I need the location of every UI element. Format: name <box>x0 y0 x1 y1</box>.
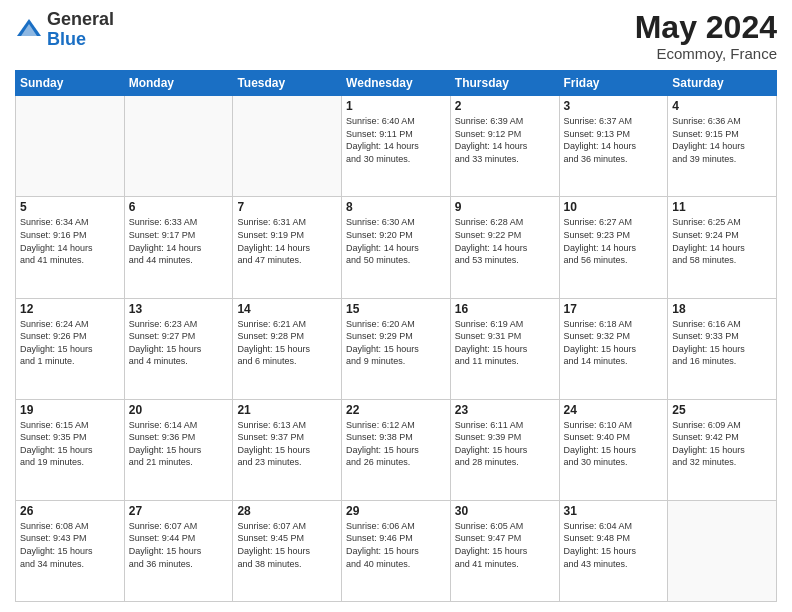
day-number: 14 <box>237 302 337 316</box>
logo-blue-text: Blue <box>47 29 86 49</box>
day-info: Sunrise: 6:21 AM Sunset: 9:28 PM Dayligh… <box>237 318 337 368</box>
day-number: 18 <box>672 302 772 316</box>
day-number: 25 <box>672 403 772 417</box>
day-info: Sunrise: 6:36 AM Sunset: 9:15 PM Dayligh… <box>672 115 772 165</box>
day-info: Sunrise: 6:14 AM Sunset: 9:36 PM Dayligh… <box>129 419 229 469</box>
day-info: Sunrise: 6:07 AM Sunset: 9:44 PM Dayligh… <box>129 520 229 570</box>
day-number: 30 <box>455 504 555 518</box>
week-row-2: 5Sunrise: 6:34 AM Sunset: 9:16 PM Daylig… <box>16 197 777 298</box>
day-cell: 2Sunrise: 6:39 AM Sunset: 9:12 PM Daylig… <box>450 96 559 197</box>
day-number: 29 <box>346 504 446 518</box>
day-cell: 16Sunrise: 6:19 AM Sunset: 9:31 PM Dayli… <box>450 298 559 399</box>
day-number: 23 <box>455 403 555 417</box>
day-info: Sunrise: 6:27 AM Sunset: 9:23 PM Dayligh… <box>564 216 664 266</box>
day-cell: 14Sunrise: 6:21 AM Sunset: 9:28 PM Dayli… <box>233 298 342 399</box>
day-cell: 15Sunrise: 6:20 AM Sunset: 9:29 PM Dayli… <box>342 298 451 399</box>
week-row-4: 19Sunrise: 6:15 AM Sunset: 9:35 PM Dayli… <box>16 399 777 500</box>
day-cell: 28Sunrise: 6:07 AM Sunset: 9:45 PM Dayli… <box>233 500 342 601</box>
day-cell <box>233 96 342 197</box>
day-cell: 30Sunrise: 6:05 AM Sunset: 9:47 PM Dayli… <box>450 500 559 601</box>
day-number: 6 <box>129 200 229 214</box>
page: General Blue May 2024 Ecommoy, France Su… <box>0 0 792 612</box>
day-info: Sunrise: 6:05 AM Sunset: 9:47 PM Dayligh… <box>455 520 555 570</box>
weekday-header-tuesday: Tuesday <box>233 71 342 96</box>
day-info: Sunrise: 6:37 AM Sunset: 9:13 PM Dayligh… <box>564 115 664 165</box>
logo-text: General Blue <box>47 10 114 50</box>
day-info: Sunrise: 6:06 AM Sunset: 9:46 PM Dayligh… <box>346 520 446 570</box>
weekday-header-thursday: Thursday <box>450 71 559 96</box>
logo: General Blue <box>15 10 114 50</box>
day-cell: 11Sunrise: 6:25 AM Sunset: 9:24 PM Dayli… <box>668 197 777 298</box>
day-info: Sunrise: 6:20 AM Sunset: 9:29 PM Dayligh… <box>346 318 446 368</box>
day-number: 28 <box>237 504 337 518</box>
day-info: Sunrise: 6:19 AM Sunset: 9:31 PM Dayligh… <box>455 318 555 368</box>
day-number: 8 <box>346 200 446 214</box>
weekday-header-saturday: Saturday <box>668 71 777 96</box>
day-info: Sunrise: 6:12 AM Sunset: 9:38 PM Dayligh… <box>346 419 446 469</box>
day-info: Sunrise: 6:08 AM Sunset: 9:43 PM Dayligh… <box>20 520 120 570</box>
day-info: Sunrise: 6:15 AM Sunset: 9:35 PM Dayligh… <box>20 419 120 469</box>
day-info: Sunrise: 6:23 AM Sunset: 9:27 PM Dayligh… <box>129 318 229 368</box>
calendar-table: SundayMondayTuesdayWednesdayThursdayFrid… <box>15 70 777 602</box>
week-row-3: 12Sunrise: 6:24 AM Sunset: 9:26 PM Dayli… <box>16 298 777 399</box>
logo-icon <box>15 16 43 44</box>
weekday-header-monday: Monday <box>124 71 233 96</box>
weekday-header-friday: Friday <box>559 71 668 96</box>
day-cell: 4Sunrise: 6:36 AM Sunset: 9:15 PM Daylig… <box>668 96 777 197</box>
weekday-header-row: SundayMondayTuesdayWednesdayThursdayFrid… <box>16 71 777 96</box>
weekday-header-sunday: Sunday <box>16 71 125 96</box>
day-number: 3 <box>564 99 664 113</box>
day-cell: 12Sunrise: 6:24 AM Sunset: 9:26 PM Dayli… <box>16 298 125 399</box>
weekday-header-wednesday: Wednesday <box>342 71 451 96</box>
day-info: Sunrise: 6:13 AM Sunset: 9:37 PM Dayligh… <box>237 419 337 469</box>
day-cell: 6Sunrise: 6:33 AM Sunset: 9:17 PM Daylig… <box>124 197 233 298</box>
day-info: Sunrise: 6:34 AM Sunset: 9:16 PM Dayligh… <box>20 216 120 266</box>
week-row-1: 1Sunrise: 6:40 AM Sunset: 9:11 PM Daylig… <box>16 96 777 197</box>
day-cell: 21Sunrise: 6:13 AM Sunset: 9:37 PM Dayli… <box>233 399 342 500</box>
day-info: Sunrise: 6:30 AM Sunset: 9:20 PM Dayligh… <box>346 216 446 266</box>
day-cell: 22Sunrise: 6:12 AM Sunset: 9:38 PM Dayli… <box>342 399 451 500</box>
day-cell: 9Sunrise: 6:28 AM Sunset: 9:22 PM Daylig… <box>450 197 559 298</box>
day-cell: 8Sunrise: 6:30 AM Sunset: 9:20 PM Daylig… <box>342 197 451 298</box>
day-info: Sunrise: 6:24 AM Sunset: 9:26 PM Dayligh… <box>20 318 120 368</box>
day-info: Sunrise: 6:18 AM Sunset: 9:32 PM Dayligh… <box>564 318 664 368</box>
day-number: 7 <box>237 200 337 214</box>
day-cell <box>124 96 233 197</box>
day-cell <box>668 500 777 601</box>
day-cell: 26Sunrise: 6:08 AM Sunset: 9:43 PM Dayli… <box>16 500 125 601</box>
day-info: Sunrise: 6:16 AM Sunset: 9:33 PM Dayligh… <box>672 318 772 368</box>
day-cell: 7Sunrise: 6:31 AM Sunset: 9:19 PM Daylig… <box>233 197 342 298</box>
title-block: May 2024 Ecommoy, France <box>635 10 777 62</box>
day-info: Sunrise: 6:04 AM Sunset: 9:48 PM Dayligh… <box>564 520 664 570</box>
day-cell: 27Sunrise: 6:07 AM Sunset: 9:44 PM Dayli… <box>124 500 233 601</box>
day-number: 24 <box>564 403 664 417</box>
month-year: May 2024 <box>635 10 777 45</box>
day-number: 1 <box>346 99 446 113</box>
day-cell: 25Sunrise: 6:09 AM Sunset: 9:42 PM Dayli… <box>668 399 777 500</box>
day-cell: 5Sunrise: 6:34 AM Sunset: 9:16 PM Daylig… <box>16 197 125 298</box>
day-number: 17 <box>564 302 664 316</box>
day-cell: 13Sunrise: 6:23 AM Sunset: 9:27 PM Dayli… <box>124 298 233 399</box>
day-info: Sunrise: 6:39 AM Sunset: 9:12 PM Dayligh… <box>455 115 555 165</box>
header: General Blue May 2024 Ecommoy, France <box>15 10 777 62</box>
day-cell: 19Sunrise: 6:15 AM Sunset: 9:35 PM Dayli… <box>16 399 125 500</box>
day-number: 12 <box>20 302 120 316</box>
day-number: 10 <box>564 200 664 214</box>
day-cell <box>16 96 125 197</box>
day-number: 5 <box>20 200 120 214</box>
day-number: 16 <box>455 302 555 316</box>
day-cell: 29Sunrise: 6:06 AM Sunset: 9:46 PM Dayli… <box>342 500 451 601</box>
day-number: 20 <box>129 403 229 417</box>
day-cell: 24Sunrise: 6:10 AM Sunset: 9:40 PM Dayli… <box>559 399 668 500</box>
day-number: 21 <box>237 403 337 417</box>
day-cell: 18Sunrise: 6:16 AM Sunset: 9:33 PM Dayli… <box>668 298 777 399</box>
day-number: 22 <box>346 403 446 417</box>
day-cell: 17Sunrise: 6:18 AM Sunset: 9:32 PM Dayli… <box>559 298 668 399</box>
day-cell: 20Sunrise: 6:14 AM Sunset: 9:36 PM Dayli… <box>124 399 233 500</box>
day-cell: 10Sunrise: 6:27 AM Sunset: 9:23 PM Dayli… <box>559 197 668 298</box>
day-info: Sunrise: 6:28 AM Sunset: 9:22 PM Dayligh… <box>455 216 555 266</box>
day-cell: 31Sunrise: 6:04 AM Sunset: 9:48 PM Dayli… <box>559 500 668 601</box>
day-number: 13 <box>129 302 229 316</box>
day-info: Sunrise: 6:09 AM Sunset: 9:42 PM Dayligh… <box>672 419 772 469</box>
logo-general-text: General <box>47 9 114 29</box>
